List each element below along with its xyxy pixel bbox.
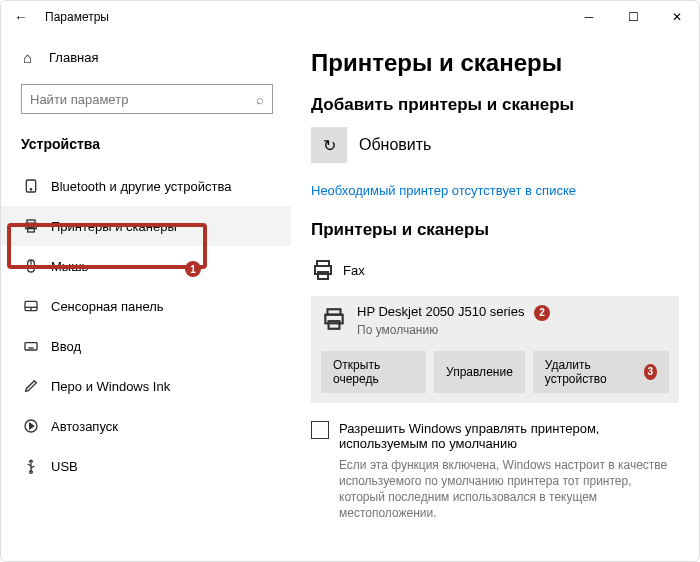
bluetooth-icon <box>23 178 51 194</box>
printer-icon <box>311 258 343 282</box>
sidebar-item-label: Сенсорная панель <box>51 299 164 314</box>
sidebar-item-usb[interactable]: USB <box>1 446 291 486</box>
printer-icon <box>321 304 357 332</box>
sidebar-section-label: Устройства <box>1 128 291 166</box>
selected-printer-name: HP Deskjet 2050 J510 series <box>357 304 524 319</box>
selected-printer-status: По умолчанию <box>357 323 550 337</box>
default-printer-help: Если эта функция включена, Windows настр… <box>339 457 679 522</box>
sidebar-item-mouse[interactable]: Мышь <box>1 246 291 286</box>
window-title: Параметры <box>35 10 567 24</box>
manage-button[interactable]: Управление <box>434 351 525 393</box>
minimize-button[interactable]: ─ <box>567 1 611 33</box>
sidebar-item-label: Bluetooth и другие устройства <box>51 179 231 194</box>
sidebar-item-autoplay[interactable]: Автозапуск <box>1 406 291 446</box>
printer-row-fax[interactable]: Fax <box>311 252 679 288</box>
selected-printer[interactable]: HP Deskjet 2050 J510 series 2 По умолчан… <box>311 296 679 403</box>
sidebar-home[interactable]: ⌂ Главная <box>1 41 291 74</box>
svg-point-1 <box>30 189 31 190</box>
printer-icon <box>23 218 51 234</box>
refresh-button[interactable]: ↻ <box>311 127 347 163</box>
default-printer-checkbox-row[interactable]: Разрешить Windows управлять принтером, и… <box>311 421 679 451</box>
sidebar-item-touchpad[interactable]: Сенсорная панель <box>1 286 291 326</box>
mouse-icon <box>23 258 51 274</box>
autoplay-icon <box>23 418 51 434</box>
checkbox[interactable] <box>311 421 329 439</box>
annotation-1: 1 <box>185 261 201 277</box>
maximize-button[interactable]: ☐ <box>611 1 655 33</box>
touchpad-icon <box>23 298 51 314</box>
sidebar: ⌂ Главная Найти параметр ⌕ Устройства Bl… <box>1 33 291 561</box>
open-queue-button[interactable]: Открыть очередь <box>321 351 426 393</box>
titlebar: ← Параметры ─ ☐ ✕ <box>1 1 699 33</box>
sidebar-item-label: Перо и Windows Ink <box>51 379 170 394</box>
printer-name: Fax <box>343 263 365 278</box>
usb-icon <box>23 458 51 474</box>
default-printer-label: Разрешить Windows управлять принтером, и… <box>339 421 679 451</box>
sidebar-item-label: Принтеры и сканеры <box>51 219 177 234</box>
remove-device-button[interactable]: Удалить устройство 3 <box>533 351 669 393</box>
list-heading: Принтеры и сканеры <box>311 220 679 240</box>
sidebar-item-printers[interactable]: Принтеры и сканеры <box>1 206 291 246</box>
add-heading: Добавить принтеры и сканеры <box>311 95 679 115</box>
search-input[interactable]: Найти параметр ⌕ <box>21 84 273 114</box>
page-title: Принтеры и сканеры <box>311 49 679 77</box>
sidebar-item-label: Ввод <box>51 339 81 354</box>
refresh-label: Обновить <box>359 136 431 154</box>
sidebar-item-label: Автозапуск <box>51 419 118 434</box>
main-content: Принтеры и сканеры Добавить принтеры и с… <box>291 33 699 561</box>
sidebar-item-typing[interactable]: Ввод <box>1 326 291 366</box>
pen-icon <box>23 378 51 394</box>
search-placeholder: Найти параметр <box>30 92 128 107</box>
annotation-2: 2 <box>534 305 550 321</box>
back-button[interactable]: ← <box>7 9 35 25</box>
sidebar-item-bluetooth[interactable]: Bluetooth и другие устройства <box>1 166 291 206</box>
sidebar-item-pen[interactable]: Перо и Windows Ink <box>1 366 291 406</box>
annotation-3: 3 <box>644 364 657 380</box>
svg-marker-16 <box>30 423 34 428</box>
keyboard-icon <box>23 338 51 354</box>
sidebar-item-label: Мышь <box>51 259 88 274</box>
printer-not-listed-link[interactable]: Необходимый принтер отсутствует в списке <box>311 183 679 198</box>
sidebar-home-label: Главная <box>49 50 98 65</box>
svg-rect-10 <box>25 343 37 350</box>
close-button[interactable]: ✕ <box>655 1 699 33</box>
search-icon: ⌕ <box>256 92 264 107</box>
sidebar-item-label: USB <box>51 459 78 474</box>
home-icon: ⌂ <box>23 49 49 66</box>
